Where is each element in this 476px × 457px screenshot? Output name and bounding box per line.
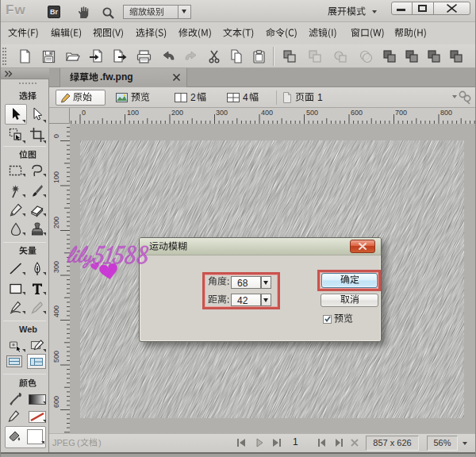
svg-text:300: 300 (52, 261, 60, 273)
svg-text:200: 200 (52, 217, 60, 228)
svg-text:400: 400 (52, 305, 60, 317)
svg-text:100: 100 (52, 171, 60, 183)
svg-text:600: 600 (52, 396, 60, 408)
svg-text:500: 500 (52, 351, 60, 363)
svg-text:0: 0 (52, 134, 60, 138)
